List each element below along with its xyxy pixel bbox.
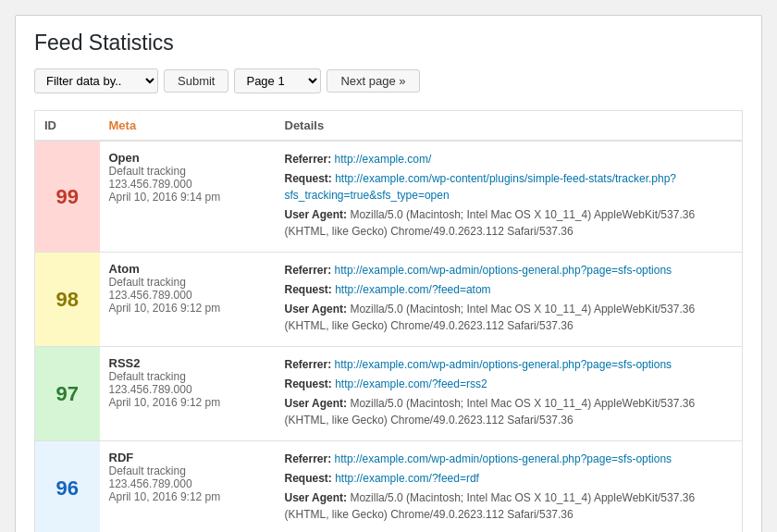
page-select[interactable]: Page 1 Page 2 Page 3: [234, 68, 321, 93]
meta-date: April 10, 2016 9:12 pm: [109, 302, 266, 315]
request-label: Request:: [285, 377, 332, 390]
id-cell: 99: [35, 141, 100, 253]
toolbar: Filter data by.. Open Atom RSS2 RDF Subm…: [34, 68, 743, 93]
referrer-line: Referrer: http://example.com/wp-admin/op…: [285, 451, 734, 467]
table-row: 96 RDF Default tracking 123.456.789.000 …: [35, 441, 743, 533]
meta-type: RSS2: [109, 356, 266, 370]
agent-label: User Agent:: [285, 397, 348, 410]
meta-cell: RDF Default tracking 123.456.789.000 Apr…: [100, 441, 276, 533]
agent-label: User Agent:: [285, 303, 348, 315]
filter-select[interactable]: Filter data by.. Open Atom RSS2 RDF: [34, 68, 158, 93]
agent-label: User Agent:: [285, 208, 348, 221]
request-line: Request: http://example.com/?feed=rdf: [285, 470, 734, 487]
meta-date: April 10, 2016 9:12 pm: [109, 490, 266, 503]
meta-ip: 123.456.789.000: [109, 289, 266, 302]
col-header-meta: Meta: [100, 111, 276, 142]
referrer-label: Referrer:: [285, 452, 332, 465]
id-cell: 96: [35, 441, 100, 533]
referrer-label: Referrer:: [285, 264, 332, 277]
next-page-button[interactable]: Next page »: [327, 69, 419, 93]
agent-line: User Agent: Mozilla/5.0 (Macintosh; Inte…: [285, 301, 734, 334]
request-line: Request: http://example.com/wp-content/p…: [285, 170, 734, 204]
request-line: Request: http://example.com/?feed=atom: [285, 281, 734, 298]
agent-text: Mozilla/5.0 (Macintosh; Intel Mac OS X 1…: [285, 491, 696, 521]
page-title: Feed Statistics: [34, 31, 743, 56]
meta-ip: 123.456.789.000: [109, 477, 266, 490]
meta-cell: Open Default tracking 123.456.789.000 Ap…: [100, 141, 276, 253]
details-cell: Referrer: http://example.com/wp-admin/op…: [276, 253, 743, 347]
meta-tracking: Default tracking: [109, 464, 266, 477]
table-header-row: ID Meta Details: [35, 111, 743, 142]
agent-line: User Agent: Mozilla/5.0 (Macintosh; Inte…: [285, 395, 734, 428]
request-link[interactable]: http://example.com/?feed=rdf: [335, 472, 479, 485]
meta-ip: 123.456.789.000: [109, 383, 266, 396]
table-row: 97 RSS2 Default tracking 123.456.789.000…: [35, 347, 743, 441]
meta-ip: 123.456.789.000: [109, 178, 266, 191]
details-cell: Referrer: http://example.com/ Request: h…: [276, 141, 743, 253]
page-container: Feed Statistics Filter data by.. Open At…: [15, 15, 762, 532]
meta-tracking: Default tracking: [109, 276, 266, 289]
referrer-line: Referrer: http://example.com/wp-admin/op…: [285, 262, 734, 278]
meta-tracking: Default tracking: [109, 165, 266, 178]
meta-type: Open: [109, 151, 266, 165]
request-label: Request:: [285, 283, 332, 296]
referrer-link[interactable]: http://example.com/wp-admin/options-gene…: [335, 452, 672, 465]
meta-date: April 10, 2016 9:12 pm: [109, 396, 266, 409]
meta-tracking: Default tracking: [109, 370, 266, 383]
agent-line: User Agent: Mozilla/5.0 (Macintosh; Inte…: [285, 489, 734, 523]
meta-type: Atom: [109, 262, 266, 276]
agent-text: Mozilla/5.0 (Macintosh; Intel Mac OS X 1…: [285, 397, 696, 427]
request-label: Request:: [285, 472, 332, 485]
referrer-link[interactable]: http://example.com/wp-admin/options-gene…: [335, 264, 672, 277]
meta-cell: RSS2 Default tracking 123.456.789.000 Ap…: [100, 347, 276, 441]
col-header-details: Details: [276, 111, 743, 142]
request-label: Request:: [285, 172, 332, 185]
meta-date: April 10, 2016 9:14 pm: [109, 191, 266, 204]
request-link[interactable]: http://example.com/?feed=atom: [335, 283, 490, 296]
referrer-line: Referrer: http://example.com/wp-admin/op…: [285, 356, 734, 373]
referrer-link[interactable]: http://example.com/: [335, 153, 432, 166]
col-header-id: ID: [35, 111, 100, 142]
meta-type: RDF: [109, 451, 266, 464]
referrer-label: Referrer:: [285, 358, 332, 371]
id-cell: 97: [35, 347, 100, 441]
details-cell: Referrer: http://example.com/wp-admin/op…: [276, 347, 743, 441]
submit-button[interactable]: Submit: [164, 69, 228, 93]
request-link[interactable]: http://example.com/wp-content/plugins/si…: [285, 172, 677, 202]
referrer-label: Referrer:: [285, 153, 332, 166]
agent-text: Mozilla/5.0 (Macintosh; Intel Mac OS X 1…: [285, 303, 696, 332]
stats-table: ID Meta Details 99 Open Default tracking…: [34, 110, 743, 532]
referrer-line: Referrer: http://example.com/: [285, 151, 734, 167]
agent-text: Mozilla/5.0 (Macintosh; Intel Mac OS X 1…: [285, 208, 696, 238]
request-link[interactable]: http://example.com/?feed=rss2: [335, 377, 487, 390]
table-row: 99 Open Default tracking 123.456.789.000…: [35, 141, 743, 253]
agent-line: User Agent: Mozilla/5.0 (Macintosh; Inte…: [285, 206, 734, 240]
table-row: 98 Atom Default tracking 123.456.789.000…: [35, 253, 743, 347]
referrer-link[interactable]: http://example.com/wp-admin/options-gene…: [335, 358, 672, 371]
meta-cell: Atom Default tracking 123.456.789.000 Ap…: [100, 253, 276, 347]
request-line: Request: http://example.com/?feed=rss2: [285, 376, 734, 392]
details-cell: Referrer: http://example.com/wp-admin/op…: [276, 441, 743, 533]
agent-label: User Agent:: [285, 491, 348, 504]
id-cell: 98: [35, 253, 100, 347]
